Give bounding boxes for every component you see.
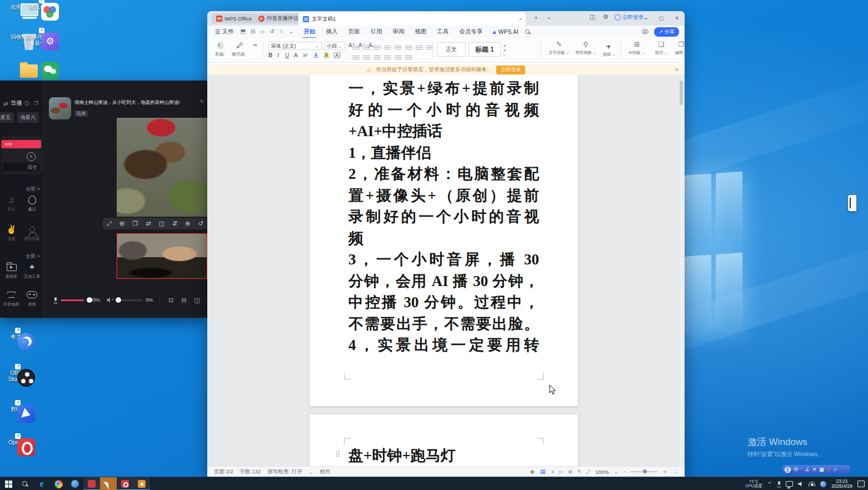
cut-icon[interactable]: ✂ — [253, 42, 257, 48]
ime-punctuation-icon[interactable]: ' — [801, 465, 802, 474]
align-center-icon[interactable] — [363, 56, 370, 61]
spellcheck-status[interactable]: 拼写检查: 打开 — [267, 468, 302, 476]
tab-live-companion-doc[interactable]: D 抖音直播伴侣 — [254, 13, 303, 23]
banner-close-icon[interactable]: ✕ — [675, 67, 679, 73]
tab-wps-home[interactable]: W WPS Office — [212, 13, 256, 23]
mic-slider-knob[interactable] — [87, 297, 92, 303]
group-typesetting[interactable]: ✎ 文字排版 ⌄ — [546, 41, 572, 56]
tray-network-icon[interactable] — [809, 482, 815, 487]
justify-icon[interactable] — [384, 56, 391, 61]
print-preview-icon[interactable]: ⊕ — [568, 469, 572, 474]
info-icon[interactable]: ⓘ — [24, 100, 29, 107]
tray-expand-icon[interactable]: ⌃ — [767, 481, 772, 487]
swap-icon[interactable]: ⇄ — [3, 100, 8, 107]
edit-mode-icon[interactable]: ✎ — [577, 469, 582, 474]
font-color-icon[interactable]: A̲ — [314, 52, 318, 58]
speaker-volume-slider[interactable] — [116, 299, 142, 301]
tool-co-stream[interactable]: ✌ 连麦 — [1, 224, 22, 242]
search-icon[interactable] — [525, 29, 530, 34]
align-icon[interactable]: ⊕ — [185, 220, 190, 227]
reset-icon[interactable]: ↺ — [198, 220, 203, 227]
tab-tools[interactable]: 工具 — [436, 26, 450, 37]
indent-increase-icon[interactable] — [395, 46, 402, 51]
tray-app-icon[interactable] — [820, 481, 826, 487]
shading-icon[interactable] — [405, 56, 412, 61]
crop-icon[interactable]: ◫ — [159, 220, 164, 227]
speaker-slider-knob[interactable] — [116, 297, 121, 303]
bold-button[interactable]: B — [268, 52, 272, 58]
style-gallery-more[interactable]: ≡ — [503, 53, 505, 57]
layout-switch-icon[interactable]: ◫ — [590, 13, 595, 21]
zoom-caret[interactable]: ⌄ — [614, 469, 618, 474]
vertical-scrollbar[interactable] — [679, 76, 684, 466]
popout-icon[interactable]: ❐ — [34, 101, 38, 106]
document-canvas[interactable]: 一，实景+绿布+提前录制 好的一个小时的音视频 +AI+中控插话 1，直播伴侣 … — [207, 75, 685, 467]
ime-toolbar[interactable]: 王 中 ' ∠ ✕ ▦ ✐ ○ — [782, 465, 850, 474]
tool-magic[interactable]: 魔法 — [22, 194, 42, 212]
ime-mode-toggle[interactable]: 中 — [794, 465, 799, 474]
taskbar-live-companion-attention[interactable] — [100, 477, 117, 490]
grid-icon[interactable]: ⊞ — [119, 220, 124, 227]
taskbar-orange-app[interactable] — [133, 477, 150, 490]
number-list-icon[interactable] — [363, 46, 370, 51]
font-name-select[interactable]: 宋体 (正文)⌄ — [268, 42, 322, 50]
scene-tab-6[interactable]: 场景六 — [17, 112, 39, 123]
desktop-icon-meeting[interactable]: ↗ 腾讯会议 — [26, 2, 54, 10]
tool-ecommerce[interactable]: 抖音电商 — [1, 289, 22, 307]
undo-icon[interactable]: ↺ — [270, 28, 274, 35]
ime-handwriting-icon[interactable]: ✐ — [827, 465, 831, 474]
tool-avatar[interactable]: 虚拟形象 — [22, 224, 42, 242]
style-heading1[interactable]: 标题 1 — [468, 42, 501, 57]
new-tab-button[interactable]: ＋ — [533, 13, 539, 22]
fullscreen-icon[interactable]: ⤢ — [107, 220, 112, 227]
strikethrough-button[interactable]: A — [294, 52, 298, 58]
tab-member[interactable]: 会员专享 — [458, 26, 483, 37]
desktop-icon-installer[interactable]: ⚙↗ 直播伴侣安装包 — [26, 32, 54, 46]
tray-mic-icon[interactable] — [777, 481, 781, 487]
ime-symbol-icon[interactable]: ✕ — [812, 465, 817, 474]
font-size-select[interactable]: 小四⌄ — [324, 42, 345, 50]
document-page-1[interactable]: 一，实景+绿布+提前录制 好的一个小时的音视频 +AI+中控插话 1，直播伴侣 … — [310, 75, 578, 406]
minimize-button[interactable]: – — [638, 11, 654, 26]
camera-source-selected[interactable] — [117, 233, 207, 279]
highlight-icon[interactable]: A — [324, 52, 329, 58]
eye-protect-icon[interactable] — [642, 29, 648, 34]
desktop-icon-jianying[interactable]: ↗ 剪映 — [2, 404, 31, 412]
tool-music[interactable]: ♫ 音乐 — [1, 194, 22, 212]
desktop-icon-opera[interactable]: ↗ Opera — [2, 438, 31, 446]
tool-media-library[interactable]: 素材库 — [1, 262, 22, 279]
indent-decrease-icon[interactable] — [384, 46, 391, 51]
group-edit[interactable]: ❐ 编辑 ⌄ — [669, 41, 685, 56]
outline-view-icon[interactable]: ≡ — [551, 469, 554, 474]
wps-ai-tab[interactable]: ▲ WPS AI — [491, 28, 518, 35]
maximize-button[interactable]: □ — [654, 11, 669, 26]
taskbar-edge[interactable]: e — [33, 477, 50, 490]
microphone-icon[interactable] — [53, 297, 56, 303]
format-painter-label[interactable]: 格式刷 — [232, 51, 245, 57]
tray-clock[interactable]: 23:21 2025/4/29 — [831, 479, 852, 489]
italic-button[interactable]: I — [277, 52, 279, 58]
monitor-icon[interactable]: ◫ — [194, 297, 200, 304]
taskbar-red-app[interactable] — [83, 477, 100, 490]
tab-list-button[interactable]: ⌄ — [546, 13, 551, 21]
paste-label[interactable]: 粘贴 — [215, 51, 224, 57]
scene-tab-5[interactable]: 场景五 — [0, 112, 14, 123]
char-shading-icon[interactable]: 🄰 — [334, 52, 340, 59]
ime-keyboard-icon[interactable]: ▦ — [819, 465, 824, 474]
taskbar-browser-blue[interactable] — [67, 477, 83, 490]
taskbar-search-button[interactable] — [17, 477, 33, 490]
style-gallery-up[interactable]: ▲ — [503, 43, 507, 47]
camera-icon[interactable]: ⊡ — [168, 297, 173, 304]
tab-page[interactable]: 页面 — [347, 26, 361, 37]
tool-interactive[interactable]: ✦ 互动工具 — [22, 262, 42, 279]
file-menu[interactable]: ☰ 文件 — [215, 28, 233, 36]
screen-share-icon[interactable]: ⊟ — [181, 297, 186, 304]
tools-more-link[interactable]: 全部 > — [26, 186, 40, 193]
line-spacing-icon[interactable] — [395, 56, 402, 61]
group-select[interactable]: ➤ 选择 ⌄ — [596, 41, 622, 57]
style-body[interactable]: 正文 — [437, 42, 466, 57]
add-source-icon[interactable]: + — [27, 152, 36, 161]
tab-current-document[interactable]: 文字文稿1 • — [298, 12, 526, 26]
group-ai-layout[interactable]: ⊞ AI排版 ⌄ — [624, 41, 650, 56]
fit-page-icon[interactable]: ⤢ — [586, 469, 590, 475]
